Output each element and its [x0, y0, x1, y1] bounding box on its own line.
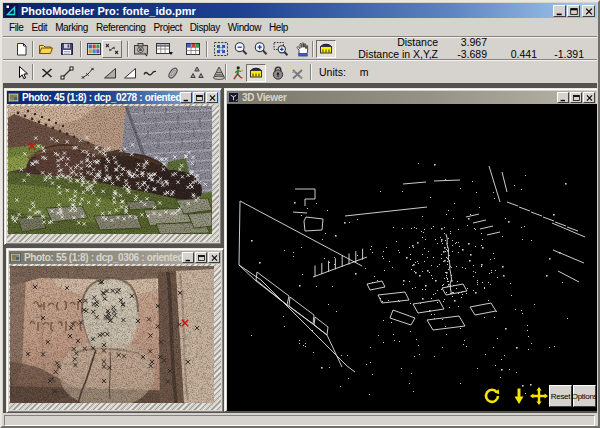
- minimize-icon: [555, 7, 565, 16]
- photo-55-titlebar[interactable]: Photo: 55 (1:8) : dcp_0306 : oriented: [9, 251, 221, 264]
- project-grid-icon: [86, 41, 102, 57]
- mark-polyline-icon: [80, 65, 96, 81]
- person-button[interactable]: [228, 64, 248, 82]
- photo-55-window[interactable]: Photo: 55 (1:8) : dcp_0306 : oriented: [6, 248, 224, 413]
- new-button[interactable]: [11, 40, 31, 58]
- toolbar-separator: [310, 64, 312, 80]
- open-button[interactable]: [36, 40, 56, 58]
- zoom-out-button[interactable]: [231, 40, 251, 58]
- zoom-area-icon: [273, 41, 289, 57]
- viewer-3d-icon: [228, 92, 239, 103]
- viewer-3d-title: 3D Viewer: [242, 92, 286, 103]
- menu-item-display[interactable]: Display: [186, 21, 224, 34]
- reset-button[interactable]: Reset: [549, 385, 572, 407]
- close-icon: [585, 94, 594, 102]
- maximize-icon: [569, 7, 579, 16]
- rotate-view-icon[interactable]: [483, 387, 501, 405]
- surface-outline-button[interactable]: [120, 64, 140, 82]
- x-cut-icon: [289, 65, 305, 81]
- units-readout: Units:m: [319, 66, 369, 78]
- color-table-button[interactable]: [183, 40, 203, 58]
- surface-filled-button[interactable]: [100, 64, 120, 82]
- photo-45-minimize-button[interactable]: [180, 92, 192, 103]
- triangles-button[interactable]: [187, 64, 207, 82]
- fit-view-icon: [213, 41, 229, 57]
- viewer-close-button[interactable]: [583, 92, 595, 103]
- photo-55-maximize-button[interactable]: [195, 252, 207, 263]
- zoom-in-button[interactable]: [251, 40, 271, 58]
- options-button[interactable]: Options: [573, 385, 596, 407]
- title-bar[interactable]: PhotoModeler Pro: fonte_ido.pmr: [3, 3, 597, 18]
- mark-curve-icon: [142, 65, 158, 81]
- menu-item-file[interactable]: File: [5, 21, 28, 34]
- measure-tape-button[interactable]: [316, 40, 336, 58]
- photo-open-icon: [133, 41, 149, 57]
- photo-open-button[interactable]: [131, 40, 151, 58]
- mark-cylinder-button[interactable]: [163, 64, 183, 82]
- select-arrow-button[interactable]: [12, 64, 32, 82]
- save-icon: [59, 41, 75, 57]
- save-button[interactable]: [57, 40, 77, 58]
- minimize-button[interactable]: [553, 5, 566, 17]
- photo-window-icon: [10, 252, 21, 263]
- photo-45-window[interactable]: Photo: 45 (1:8) : dcp_0278 : oriented: [4, 88, 222, 245]
- menu-item-referencing[interactable]: Referencing: [92, 21, 150, 34]
- table-dropdown-button[interactable]: [153, 40, 177, 58]
- viewer-maximize-button[interactable]: [570, 92, 582, 103]
- distance-y-value: 0.441: [511, 48, 537, 60]
- toolbar-marking: Units:m: [3, 59, 597, 83]
- mdi-workspace: Photo: 45 (1:8) : dcp_0278 : oriented: [3, 83, 597, 413]
- pan-down-icon[interactable]: [510, 387, 528, 405]
- measure-tape-button[interactable]: [246, 64, 266, 82]
- project-grid-button[interactable]: [84, 40, 104, 58]
- photo-45-close-button[interactable]: [206, 92, 218, 103]
- menu-item-help[interactable]: Help: [265, 21, 292, 34]
- new-icon: [13, 41, 29, 57]
- toolbar-separator: [206, 41, 208, 57]
- viewer-3d-window[interactable]: 3D Viewer Reset Option: [224, 88, 597, 412]
- app-logo-icon: [5, 4, 18, 17]
- distance-x-value: -3.689: [457, 48, 487, 60]
- photo-55-title: Photo: 55 (1:8) : dcp_0306 : oriented: [24, 252, 183, 263]
- viewer-3d-titlebar[interactable]: 3D Viewer: [227, 91, 596, 104]
- fit-view-button[interactable]: [211, 40, 231, 58]
- photo-45-image[interactable]: [8, 106, 212, 234]
- menu-item-project[interactable]: Project: [149, 21, 185, 34]
- menu-item-marking[interactable]: Marking: [51, 21, 92, 34]
- units-value: m: [360, 66, 369, 78]
- zoom-area-button[interactable]: [271, 40, 291, 58]
- zoom-out-icon: [233, 41, 249, 57]
- close-button[interactable]: [582, 5, 595, 17]
- zoom-in-icon: [253, 41, 269, 57]
- viewer-minimize-button[interactable]: [557, 92, 569, 103]
- menu-bar: FileEditMarkingReferencingProjectDisplay…: [3, 19, 597, 35]
- xref-mode-icon: [104, 41, 120, 57]
- menu-item-window[interactable]: Window: [224, 21, 265, 34]
- mark-polyline-button[interactable]: [78, 64, 98, 82]
- minimize-icon: [559, 94, 568, 102]
- mark-curve-button[interactable]: [140, 64, 160, 82]
- menu-item-edit[interactable]: Edit: [28, 21, 52, 34]
- x-cut-button[interactable]: [287, 64, 307, 82]
- photo-window-icon: [8, 92, 19, 103]
- viewer-3d-client[interactable]: Reset Options: [227, 104, 597, 411]
- xref-mode-button[interactable]: [102, 40, 122, 58]
- move-view-icon[interactable]: [530, 387, 548, 405]
- maximize-button[interactable]: [567, 5, 580, 17]
- photo-55-client[interactable]: [9, 264, 221, 410]
- photo-55-image[interactable]: [10, 266, 214, 403]
- mark-point-button[interactable]: [37, 64, 57, 82]
- distance-xyz-label: Distance in X,Y,Z: [358, 48, 438, 60]
- pan-hand-button[interactable]: [292, 40, 312, 58]
- photo-55-minimize-button[interactable]: [182, 252, 194, 263]
- pan-hand-icon: [294, 41, 310, 57]
- open-icon: [38, 41, 54, 57]
- photo-45-client[interactable]: [7, 104, 219, 242]
- photo-45-titlebar[interactable]: Photo: 45 (1:8) : dcp_0278 : oriented: [7, 91, 219, 104]
- status-bar: [3, 413, 597, 427]
- close-icon: [584, 7, 594, 16]
- photo-45-maximize-button[interactable]: [193, 92, 205, 103]
- lock-button[interactable]: [268, 64, 288, 82]
- mark-line-button[interactable]: [57, 64, 77, 82]
- photo-55-close-button[interactable]: [208, 252, 220, 263]
